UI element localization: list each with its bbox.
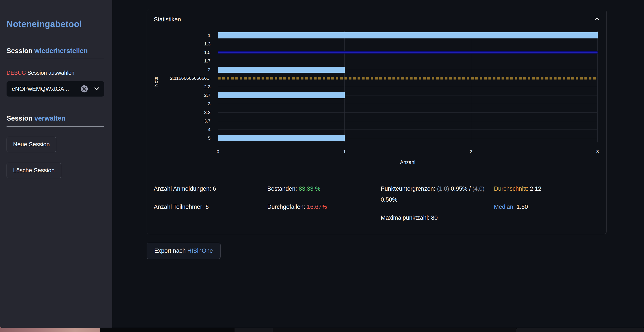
debug-badge: DEBUG xyxy=(6,70,26,76)
y-tick: 1.7 xyxy=(147,57,210,65)
chevron-up-icon[interactable] xyxy=(594,16,600,22)
stat-teilnehmer: Anzahl Teilnehmer: 6 xyxy=(154,201,267,212)
stats-column-1: Anzahl Anmeldungen: 6 Anzahl Teilnehmer:… xyxy=(154,183,267,230)
y-tick: 1 xyxy=(147,31,210,40)
chart-row xyxy=(218,108,598,117)
stat-label: Anzahl Teilnehmer: xyxy=(154,204,204,210)
stat-bestanden: Bestanden: 83.33 % xyxy=(267,183,381,194)
manage-heading-accent: verwalten xyxy=(34,114,66,122)
chart-row xyxy=(218,117,598,125)
statistics-grid: Anzahl Anmeldungen: 6 Anzahl Teilnehmer:… xyxy=(154,183,597,230)
manage-heading-prefix: Session xyxy=(6,114,32,122)
bar-grade-2 xyxy=(218,67,345,73)
average-marker-line xyxy=(218,77,598,80)
stat-label: Bestanden: xyxy=(267,186,297,192)
y-tick: 1.5 xyxy=(147,48,210,57)
y-tick: 3.7 xyxy=(147,117,210,125)
y-tick: 1.3 xyxy=(147,40,210,48)
background-window-sliver xyxy=(516,328,644,332)
stat-value-pass: 83.33 % xyxy=(299,186,320,192)
stat-bound-key: (1,0) xyxy=(437,186,449,192)
stat-durchgefallen: Durchgefallen: 16.67% xyxy=(267,201,381,212)
bar-chart-plot-area xyxy=(218,31,598,142)
stat-maximalpunktzahl: Maximalpunktzahl: 80 xyxy=(381,212,494,223)
sidebar: Noteneingabetool Session wiederherstelle… xyxy=(0,0,112,328)
export-button-accent: HISinOne xyxy=(188,247,213,254)
chart-row xyxy=(218,125,598,134)
app-window: Noteneingabetool Session wiederherstelle… xyxy=(0,0,644,328)
y-axis-title: Note xyxy=(153,77,159,87)
clear-selection-icon[interactable] xyxy=(80,85,88,93)
x-tick: 0 xyxy=(217,149,219,154)
bar-grade-2-7 xyxy=(218,92,345,98)
chart-row xyxy=(218,134,598,142)
stat-label: Punkteuntergrenzen: xyxy=(381,186,436,192)
stat-label: Anzahl Anmeldungen: xyxy=(154,186,211,192)
stat-bound-value: 0.95% / xyxy=(451,186,471,192)
stat-value-fail: 16.67% xyxy=(307,204,327,210)
section-divider xyxy=(6,126,104,127)
y-tick: 4 xyxy=(147,125,210,134)
y-tick: 3 xyxy=(147,100,210,108)
export-button-label: Export nach xyxy=(154,247,186,254)
export-hisinone-button[interactable]: Export nach HISinOne xyxy=(146,243,220,259)
stat-durchschnitt: Durchschnitt: 2.12 xyxy=(494,183,597,194)
y-tick: 5 xyxy=(147,134,210,142)
stat-bound-value: 0.50% xyxy=(381,196,398,203)
y-tick: 3.3 xyxy=(147,108,210,117)
y-tick: 2 xyxy=(147,65,210,74)
x-tick: 3 xyxy=(596,149,599,154)
stat-value: 80 xyxy=(431,215,438,221)
new-session-button[interactable]: Neue Session xyxy=(6,137,56,152)
stats-column-4: Durchschnitt: 2.12 Median: 1.50 xyxy=(494,183,597,230)
background-window-sliver xyxy=(273,328,516,332)
stat-value: 1.50 xyxy=(516,204,528,210)
session-select-label-text: Session auswählen xyxy=(28,70,74,76)
stats-column-3: Punkteuntergrenzen: (1,0) 0.95% / (4,0) … xyxy=(381,183,494,230)
restore-section-heading: Session wiederherstellen xyxy=(6,29,104,55)
app-title: Noteneingabetool xyxy=(6,0,104,29)
statistics-expander: Statistiken 1 1.3 1.5 1.7 2 2.1166666666… xyxy=(146,9,607,234)
session-select[interactable]: eNOPwEMQWxtGA... xyxy=(6,81,104,97)
x-axis-title: Anzahl xyxy=(218,159,598,165)
chart-row xyxy=(218,82,598,91)
bar-grade-1 xyxy=(218,32,598,39)
stat-label: Maximalpunktzahl: xyxy=(381,215,430,221)
delete-session-button[interactable]: Lösche Session xyxy=(6,163,61,178)
chart-row xyxy=(218,100,598,108)
restore-heading-accent: wiederherstellen xyxy=(34,47,88,55)
window-bottom-border xyxy=(0,328,644,328)
chart-row xyxy=(218,91,598,100)
chart-rows xyxy=(218,31,598,142)
stat-value: 2.12 xyxy=(530,186,542,192)
chart-row xyxy=(218,40,598,48)
chart-row xyxy=(218,31,598,40)
stat-value: 6 xyxy=(206,204,209,210)
stats-column-2: Bestanden: 83.33 % Durchgefallen: 16.67% xyxy=(267,183,381,230)
restore-heading-prefix: Session xyxy=(6,47,32,55)
bar-grade-5 xyxy=(218,135,345,141)
median-marker-line xyxy=(218,51,598,54)
x-tick: 2 xyxy=(470,149,472,154)
stat-label-median: Median: xyxy=(494,204,515,210)
expander-header[interactable] xyxy=(147,9,606,29)
stat-median: Median: 1.50 xyxy=(494,201,597,212)
background-window-sliver xyxy=(234,328,273,332)
x-axis-tick-labels: 0 1 2 3 xyxy=(218,149,598,155)
session-select-label: DEBUG Session auswählen xyxy=(6,70,104,76)
stat-label: Durchgefallen: xyxy=(267,204,305,210)
stat-punkteuntergrenzen: Punkteuntergrenzen: (1,0) 0.95% / (4,0) … xyxy=(381,183,494,205)
stat-value: 6 xyxy=(213,186,216,192)
chart-row xyxy=(218,57,598,65)
stat-anmeldungen: Anzahl Anmeldungen: 6 xyxy=(154,183,267,194)
section-divider xyxy=(6,59,104,59)
stat-bound-key: (4,0) xyxy=(472,186,484,192)
expander-title: Statistiken xyxy=(154,16,181,23)
y-axis-tick-labels: 1 1.3 1.5 1.7 2 2.1166666666666... 2.3 2… xyxy=(147,31,210,142)
session-select-value: eNOPwEMQWxtGA... xyxy=(12,86,80,92)
chart-row xyxy=(218,65,598,74)
chart-row xyxy=(218,48,598,57)
x-tick: 1 xyxy=(343,149,346,154)
y-tick: 2.7 xyxy=(147,91,210,100)
chevron-down-icon[interactable] xyxy=(93,86,100,92)
